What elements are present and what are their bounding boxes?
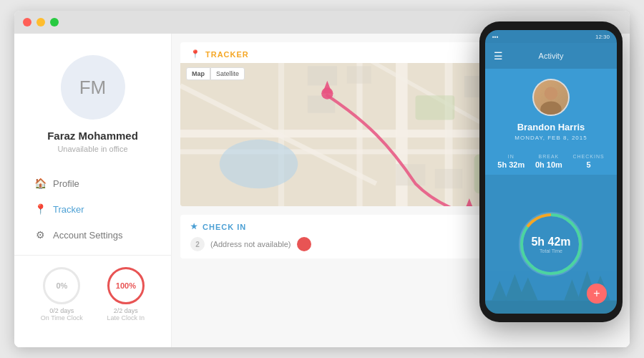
checkin-status-dot bbox=[297, 237, 311, 251]
sidebar-item-tracker[interactable]: 📍 Tracker bbox=[14, 196, 171, 222]
close-button[interactable] bbox=[23, 18, 31, 26]
phone-timer-section: 5h 42m Total Time + bbox=[485, 175, 617, 314]
svg-rect-21 bbox=[435, 169, 462, 188]
tracker-icon: 📍 bbox=[190, 49, 201, 59]
phone-screen: ▪▪▪ 12:30 ☰ Activity bbox=[485, 30, 617, 314]
sidebar-item-profile[interactable]: 🏠 Profile bbox=[14, 170, 171, 196]
phone-outer: ▪▪▪ 12:30 ☰ Activity bbox=[479, 21, 623, 322]
sidebar-nav: 🏠 Profile 📍 Tracker ⚙ Account Settings bbox=[14, 170, 171, 248]
checkin-number: 2 bbox=[190, 237, 205, 251]
timer-circle: 5h 42m Total Time bbox=[519, 212, 583, 276]
timer-value: 5h 42m bbox=[531, 236, 570, 248]
minimize-button[interactable] bbox=[36, 18, 45, 26]
stat-in: IN 5h 32m bbox=[497, 154, 525, 169]
menu-icon[interactable]: ☰ bbox=[494, 50, 503, 62]
fab-button[interactable]: + bbox=[587, 284, 607, 304]
gear-icon: ⚙ bbox=[34, 229, 46, 241]
progress-circle-zero: 0% bbox=[43, 267, 80, 304]
svg-rect-12 bbox=[416, 95, 455, 120]
home-icon: 🏠 bbox=[34, 178, 46, 189]
map-button[interactable]: Map bbox=[186, 67, 210, 80]
svg-marker-33 bbox=[492, 281, 507, 301]
signal-icon: ▪▪▪ bbox=[492, 34, 499, 40]
svg-marker-32 bbox=[518, 277, 538, 300]
avatar-svg bbox=[534, 79, 568, 116]
avatar: FM bbox=[61, 55, 125, 120]
svg-rect-4 bbox=[356, 63, 362, 206]
sidebar-label-account-settings: Account Settings bbox=[53, 230, 123, 241]
sidebar: FM Faraz Mohammed Unavailable in office … bbox=[14, 34, 172, 347]
phone-statusbar: ▪▪▪ 12:30 bbox=[485, 30, 617, 43]
sidebar-label-tracker: Tracker bbox=[53, 204, 84, 215]
sidebar-label-profile: Profile bbox=[53, 178, 79, 189]
timer-label: Total Time bbox=[540, 248, 562, 253]
progress-late: 100% 2/2 days Late Clock In bbox=[107, 267, 145, 321]
user-name: Faraz Mohammed bbox=[47, 130, 138, 142]
phone-user-name: Brandon Harris bbox=[517, 122, 585, 132]
stat-checkins: CHECKINS 5 bbox=[572, 154, 604, 169]
phone-user-section: Brandon Harris MONDAY, FEB 8, 2015 bbox=[485, 69, 617, 148]
phone-header: ☰ Activity bbox=[485, 43, 617, 69]
svg-point-30 bbox=[540, 102, 562, 116]
progress-on-time: 0% 0/2 days On Time Clock bbox=[41, 267, 83, 321]
svg-rect-13 bbox=[308, 66, 337, 85]
sidebar-item-account-settings[interactable]: ⚙ Account Settings bbox=[14, 222, 171, 248]
svg-point-29 bbox=[545, 87, 557, 100]
phone-title: Activity bbox=[539, 52, 564, 60]
checkin-icon: ★ bbox=[190, 222, 198, 231]
phone-stats: IN 5h 32m BREAK 0h 10m CHECKINS 5 bbox=[485, 148, 617, 175]
phone-date: MONDAY, FEB 8, 2015 bbox=[514, 135, 587, 141]
sidebar-bottom: 0% 0/2 days On Time Clock 100% 2/2 days … bbox=[14, 255, 171, 333]
progress-circle-full: 100% bbox=[107, 267, 145, 304]
pin-icon: 📍 bbox=[34, 203, 46, 215]
svg-marker-36 bbox=[564, 279, 580, 300]
svg-point-10 bbox=[220, 140, 298, 188]
satellite-button[interactable]: Satellite bbox=[210, 67, 245, 80]
maximize-button[interactable] bbox=[50, 18, 59, 26]
time-display: 12:30 bbox=[595, 34, 610, 40]
svg-rect-14 bbox=[347, 66, 371, 84]
user-status: Unavailable in office bbox=[57, 145, 127, 153]
stat-break: BREAK 0h 10m bbox=[535, 154, 562, 169]
phone-avatar bbox=[532, 79, 570, 116]
checkin-address: (Address not available) bbox=[210, 240, 291, 248]
phone-avatar-inner bbox=[534, 80, 568, 115]
map-controls: Map Satellite bbox=[186, 67, 245, 80]
phone-mockup: ▪▪▪ 12:30 ☰ Activity bbox=[479, 21, 623, 329]
